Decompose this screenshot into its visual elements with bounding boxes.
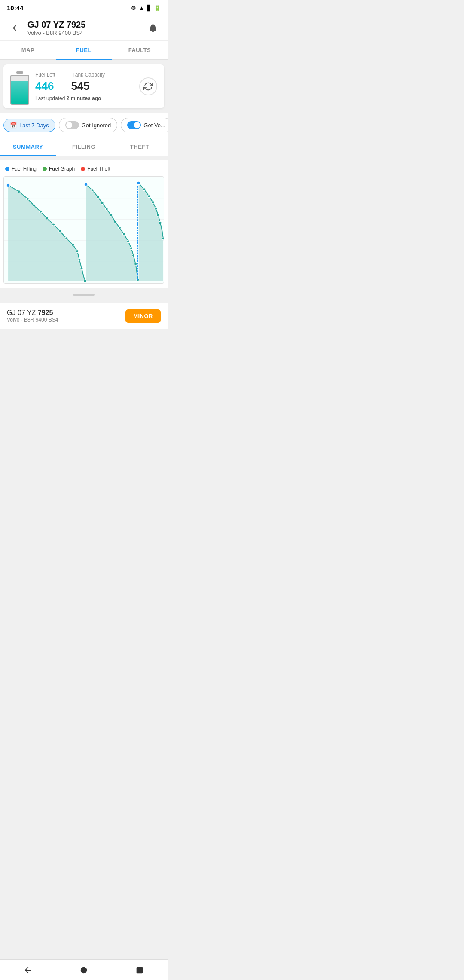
svg-point-31: [127, 240, 130, 243]
header-info: GJ 07 YZ 7925 Volvo - B8R 9400 BS4: [27, 20, 140, 36]
vehicle-bottom-model: Volvo - B8R 9400 BS4: [7, 317, 58, 323]
svg-marker-5: [86, 184, 138, 281]
svg-point-33: [132, 254, 135, 257]
drag-handle: [73, 294, 95, 296]
svg-point-26: [105, 208, 108, 210]
fuel-gauge-body: [10, 75, 29, 105]
svg-point-17: [76, 250, 79, 253]
legend-fuel-graph: Fuel Graph: [43, 166, 75, 172]
vehicle-bottom-card: GJ 07 YZ 7925 Volvo - B8R 9400 BS4 MINOR: [0, 303, 168, 329]
filter-bar: 📅 Last 7 Days Get Ignored Get Ve...: [0, 113, 168, 138]
svg-point-14: [59, 230, 61, 233]
legend-dot-filling: [5, 167, 9, 171]
filter-last7days[interactable]: 📅 Last 7 Days: [3, 119, 55, 132]
tab-map[interactable]: MAP: [0, 41, 56, 59]
filter-get-verified[interactable]: Get Ve...: [121, 118, 168, 132]
svg-point-29: [118, 227, 121, 229]
legend-fuel-filling: Fuel Filling: [5, 166, 37, 172]
settings-icon: ⚙: [131, 5, 136, 11]
svg-point-40: [152, 201, 154, 204]
signal-icon: ▊: [147, 5, 151, 11]
vehicle-bottom-name: GJ 07 YZ 7925: [7, 309, 58, 317]
svg-point-37: [137, 181, 140, 185]
svg-point-27: [110, 214, 112, 216]
svg-point-18: [78, 258, 81, 261]
svg-point-9: [26, 198, 29, 200]
filter-get-ignored[interactable]: Get Ignored: [59, 118, 118, 132]
svg-point-42: [157, 214, 159, 216]
svg-point-43: [159, 221, 162, 224]
svg-point-39: [148, 195, 150, 198]
vehicle-subtitle: Volvo - B8R 9400 BS4: [27, 30, 140, 36]
status-time: 10:44: [7, 4, 23, 12]
sub-tab-filling[interactable]: FILLING: [56, 138, 112, 156]
fuel-chart[interactable]: [3, 176, 164, 284]
svg-point-32: [130, 247, 133, 250]
tab-faults[interactable]: FAULTS: [112, 41, 168, 59]
fuel-values: 446 545: [35, 80, 133, 93]
status-bar: 10:44 ⚙ ▲ ▊ 🔋: [0, 0, 168, 15]
svg-point-7: [6, 184, 10, 187]
svg-point-19: [80, 267, 83, 270]
tank-capacity-label: Tank Capacity: [73, 72, 105, 78]
fuel-left-label: Fuel Left: [35, 72, 55, 78]
wifi-icon: ▲: [139, 5, 144, 11]
refresh-button[interactable]: [139, 77, 157, 95]
tab-bar: MAP FUEL FAULTS: [0, 41, 168, 60]
fuel-gauge-cap: [16, 71, 23, 74]
svg-marker-4: [8, 185, 85, 281]
get-verified-toggle[interactable]: [127, 121, 141, 129]
legend-fuel-theft: Fuel Theft: [81, 166, 110, 172]
svg-point-41: [155, 207, 157, 210]
svg-point-44: [162, 237, 164, 240]
back-button[interactable]: [7, 20, 22, 36]
svg-point-30: [122, 233, 125, 236]
status-icons: ⚙ ▲ ▊ 🔋: [131, 5, 161, 11]
chart-section: Fuel Filling Fuel Graph Fuel Theft: [0, 160, 168, 288]
svg-point-28: [114, 220, 116, 223]
svg-point-15: [65, 237, 68, 240]
minor-badge[interactable]: MINOR: [125, 309, 161, 323]
vehicle-title: GJ 07 YZ 7925: [27, 20, 140, 30]
svg-point-22: [84, 183, 88, 186]
svg-point-34: [134, 263, 137, 265]
chart-svg: [4, 177, 164, 283]
fuel-info: Fuel Left Tank Capacity 446 545 Last upd…: [35, 72, 133, 101]
get-ignored-toggle[interactable]: [65, 121, 79, 129]
drag-handle-area: [0, 291, 168, 301]
fuel-labels: Fuel Left Tank Capacity: [35, 72, 133, 78]
fuel-card: Fuel Left Tank Capacity 446 545 Last upd…: [3, 64, 164, 108]
svg-point-25: [101, 202, 104, 205]
vehicle-bottom-info: GJ 07 YZ 7925 Volvo - B8R 9400 BS4: [7, 309, 58, 323]
svg-point-8: [18, 190, 20, 193]
tank-capacity-value: 545: [71, 80, 89, 93]
svg-marker-6: [139, 183, 163, 281]
fuel-gauge: [10, 71, 29, 101]
tab-fuel[interactable]: FUEL: [56, 41, 112, 59]
svg-point-13: [52, 223, 55, 226]
header: GJ 07 YZ 7925 Volvo - B8R 9400 BS4: [0, 15, 168, 41]
svg-point-16: [72, 244, 74, 246]
fuel-updated: Last updated 2 minutes ago: [35, 95, 133, 101]
svg-point-23: [91, 189, 94, 192]
fuel-left-value: 446: [35, 80, 54, 93]
svg-point-11: [39, 210, 42, 213]
notification-button[interactable]: [145, 20, 161, 36]
svg-point-24: [97, 196, 99, 199]
sub-tab-theft[interactable]: THEFT: [112, 138, 168, 156]
sub-tab-bar: SUMMARY FILLING THEFT: [0, 138, 168, 156]
svg-point-12: [46, 217, 49, 220]
chart-legend: Fuel Filling Fuel Graph Fuel Theft: [3, 166, 164, 172]
calendar-icon: 📅: [10, 122, 17, 129]
legend-dot-theft: [81, 167, 85, 171]
legend-dot-graph: [43, 167, 47, 171]
svg-point-10: [33, 204, 35, 207]
svg-point-38: [143, 188, 146, 191]
sub-tab-summary[interactable]: SUMMARY: [0, 138, 56, 156]
battery-icon: 🔋: [154, 5, 161, 11]
fuel-gauge-fill: [11, 81, 28, 104]
